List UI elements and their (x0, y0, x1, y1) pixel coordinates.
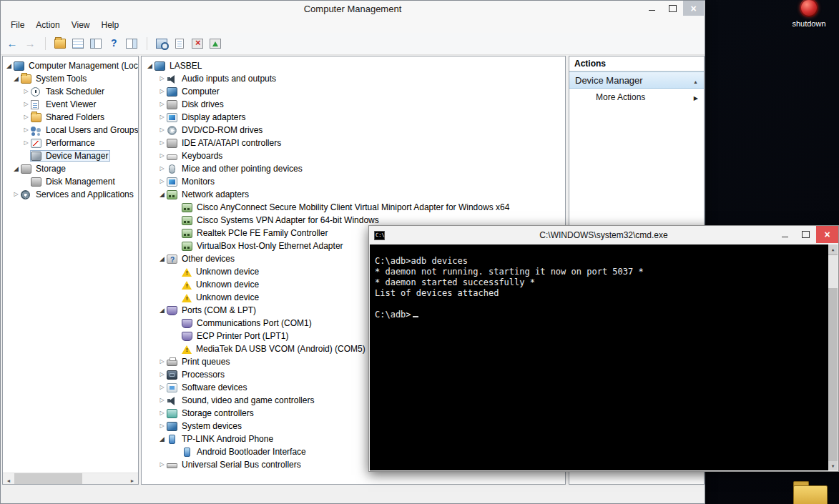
horizontal-scrollbar[interactable] (3, 473, 138, 484)
expander-collapsed-icon[interactable] (157, 419, 167, 433)
sidebar-item-services-applications[interactable]: Services and Applications (3, 188, 138, 201)
console-line: * daemon not running. starting it now on… (375, 267, 823, 277)
expander-collapsed-icon[interactable] (157, 380, 167, 395)
sidebar-item-event-viewer[interactable]: Event Viewer (3, 98, 138, 111)
actions-group-device-manager[interactable]: Device Manager (569, 71, 704, 89)
scroll-right-arrow-icon[interactable] (127, 473, 138, 485)
sidebar-item-shared-folders[interactable]: Shared Folders (3, 111, 138, 124)
menu-help[interactable]: Help (96, 19, 125, 31)
expander-expanded-icon[interactable] (11, 72, 21, 86)
expander-collapsed-icon[interactable] (157, 367, 167, 382)
expander-collapsed-icon[interactable] (157, 71, 167, 86)
menu-view[interactable]: View (66, 19, 96, 31)
scan-hardware-changes-button[interactable] (153, 35, 170, 52)
sidebar-item-task-scheduler[interactable]: Task Scheduler (3, 85, 138, 98)
device-category-dvd-drives[interactable]: DVD/CD-ROM drives (142, 124, 565, 137)
device-item[interactable]: Cisco AnyConnect Secure Mobility Client … (142, 201, 565, 214)
tree-label: Performance (44, 138, 97, 148)
help-button[interactable] (105, 35, 122, 52)
folder-icon[interactable] (793, 481, 828, 504)
sidebar-item-device-manager[interactable]: Device Manager (3, 149, 138, 162)
show-hide-console-tree-button[interactable] (51, 35, 69, 52)
expander-expanded-icon[interactable] (157, 188, 167, 202)
forward-button[interactable] (21, 35, 39, 52)
expander-collapsed-icon[interactable] (157, 136, 167, 150)
minimize-button[interactable] (642, 1, 662, 16)
device-category-display-adapters[interactable]: Display adapters (142, 111, 565, 124)
expander-collapsed-icon[interactable] (21, 97, 31, 112)
software-device-icon (167, 383, 177, 392)
disable-device-button[interactable] (207, 35, 224, 52)
expander-collapsed-icon[interactable] (21, 136, 31, 150)
device-category-audio[interactable]: Audio inputs and outputs (142, 72, 565, 85)
menu-action[interactable]: Action (30, 19, 65, 31)
update-driver-button[interactable] (171, 35, 188, 52)
expander-collapsed-icon[interactable] (11, 187, 21, 202)
scroll-up-arrow-icon[interactable] (828, 244, 838, 254)
sidebar-item-system-tools[interactable]: System Tools (3, 72, 138, 85)
expander-expanded-icon[interactable] (4, 59, 14, 73)
sidebar-item-disk-management[interactable]: Disk Management (3, 175, 138, 188)
expander-collapsed-icon[interactable] (157, 162, 167, 176)
console-scrollbar[interactable] (828, 244, 838, 470)
desktop-icon-shutdown[interactable]: shutdown (786, 0, 832, 28)
expander-expanded-icon[interactable] (157, 433, 167, 446)
scroll-left-arrow-icon[interactable] (3, 473, 14, 485)
expander-collapsed-icon[interactable] (157, 406, 167, 420)
device-category-keyboards[interactable]: Keyboards (142, 149, 565, 162)
expander-collapsed-icon[interactable] (157, 110, 167, 124)
scroll-down-arrow-icon[interactable] (828, 461, 838, 470)
uninstall-device-button[interactable] (189, 35, 206, 52)
cmd-minimize-button[interactable] (775, 226, 795, 243)
expander-expanded-icon[interactable] (157, 252, 167, 266)
collapse-chevron-icon[interactable] (693, 75, 698, 86)
expander-expanded-icon[interactable] (11, 162, 21, 176)
export-list-button[interactable] (69, 35, 87, 52)
expander-expanded-icon[interactable] (157, 304, 167, 317)
back-button[interactable] (4, 35, 21, 52)
sidebar-item-computer-management[interactable]: Computer Management (Local (3, 59, 138, 72)
expander-collapsed-icon[interactable] (21, 84, 31, 99)
device-category-ide-controllers[interactable]: IDE ATA/ATAPI controllers (142, 137, 565, 149)
expander-collapsed-icon[interactable] (157, 355, 167, 369)
expander-collapsed-icon[interactable] (21, 110, 31, 124)
menu-file[interactable]: File (5, 19, 30, 31)
sidebar-item-local-users-groups[interactable]: Local Users and Groups (3, 124, 138, 137)
show-hide-action-pane-button[interactable] (87, 35, 104, 52)
cmd-maximize-button[interactable] (795, 226, 816, 243)
menu-bar: File Action View Help (1, 17, 705, 33)
device-label: IDE ATA/ATAPI controllers (180, 138, 283, 148)
expander-collapsed-icon[interactable] (157, 149, 167, 163)
expander-collapsed-icon[interactable] (157, 393, 167, 407)
scrollbar-thumb[interactable] (828, 255, 838, 288)
device-category-monitors[interactable]: Monitors (142, 175, 565, 188)
sidebar-item-storage[interactable]: Storage (3, 162, 138, 175)
scrollbar-track[interactable] (14, 473, 127, 484)
expander-collapsed-icon[interactable] (157, 458, 167, 472)
device-category-mice[interactable]: Mice and other pointing devices (142, 162, 565, 175)
expander-collapsed-icon[interactable] (157, 123, 167, 137)
device-tree-root[interactable]: LASBEL (142, 59, 565, 72)
cmd-close-button[interactable] (816, 226, 838, 243)
more-actions-item[interactable]: More Actions (569, 89, 704, 105)
expander-collapsed-icon[interactable] (157, 97, 167, 112)
cmd-title-bar[interactable]: C:\WINDOWS\system32\cmd.exe (369, 226, 838, 244)
device-category-network-adapters[interactable]: Network adapters (142, 188, 565, 201)
expander-expanded-icon[interactable] (145, 59, 154, 73)
console-output[interactable]: C:\adb>adb devices * daemon not running.… (370, 244, 838, 470)
desktop: { "desktop": { "shutdown_label": "shutdo… (0, 0, 839, 504)
expander-collapsed-icon[interactable] (157, 174, 167, 189)
title-bar[interactable]: Computer Management (1, 1, 705, 17)
maximize-button[interactable] (662, 1, 683, 16)
device-category-disk-drives[interactable]: Disk drives (142, 98, 565, 111)
device-category-computer[interactable]: Computer (142, 85, 565, 98)
console-text: * daemon not running. starting it now on… (375, 267, 644, 277)
scrollbar-track[interactable] (828, 254, 838, 461)
expander-collapsed-icon[interactable] (157, 84, 167, 99)
scrollbar-thumb[interactable] (14, 473, 82, 484)
properties-button[interactable] (123, 35, 140, 52)
expander-collapsed-icon[interactable] (21, 123, 31, 137)
sidebar-item-performance[interactable]: Performance (3, 137, 138, 149)
toolbar (1, 33, 705, 55)
close-button[interactable] (683, 1, 704, 16)
